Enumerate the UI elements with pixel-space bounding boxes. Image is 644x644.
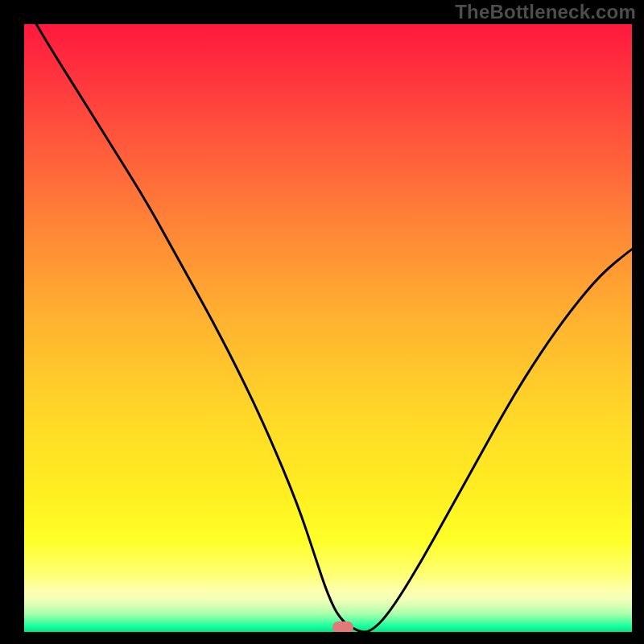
valley-marker: [332, 621, 353, 632]
watermark-text: TheBottleneck.com: [455, 1, 636, 23]
plot-area: [24, 24, 632, 632]
risk-gradient-background: [24, 24, 632, 632]
chart-frame: TheBottleneck.com: [0, 0, 644, 644]
